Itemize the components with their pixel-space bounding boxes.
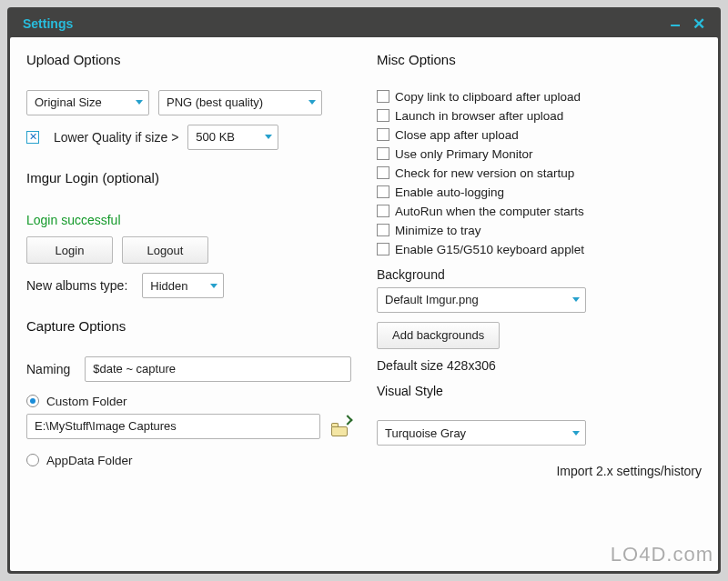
chevron-down-icon (572, 431, 580, 436)
imgur-login-header: Imgur Login (optional) (26, 170, 351, 185)
album-type-label: New albums type: (26, 278, 127, 293)
misc-option-row: Close app after upload (377, 128, 702, 142)
login-button[interactable]: Login (26, 236, 113, 264)
settings-window: Settings – ✕ Upload Options Original Siz… (7, 7, 721, 574)
folder-path-input[interactable]: E:\MyStuff\Image Captures (26, 414, 320, 439)
folder-icon (331, 423, 339, 426)
folder-path-value: E:\MyStuff\Image Captures (35, 419, 177, 433)
logout-button-label: Logout (147, 244, 184, 257)
misc-option-label: AutoRun when the computer starts (395, 205, 584, 218)
appdata-folder-label: AppData Folder (46, 454, 133, 467)
open-arrow-icon (342, 415, 352, 425)
capture-options-header: Capture Options (26, 318, 351, 334)
album-type-select[interactable]: Hidden (142, 273, 224, 298)
misc-option-row: AutoRun when the computer starts (377, 205, 702, 218)
misc-checkbox-close-app[interactable] (377, 128, 389, 141)
right-column: Misc Options Copy link to clipboard afte… (364, 50, 702, 564)
naming-label: Naming (26, 362, 70, 376)
chevron-down-icon (210, 284, 217, 288)
client-area: Upload Options Original Size PNG (best q… (10, 37, 718, 571)
size-threshold-value: 500 KB (196, 130, 235, 144)
misc-checkbox-minimize-tray[interactable] (377, 224, 389, 236)
chevron-down-icon (136, 100, 143, 105)
misc-option-row: Minimize to tray (377, 224, 702, 237)
misc-option-row: Check for new version on startup (377, 166, 702, 180)
album-type-value: Hidden (150, 279, 187, 293)
close-button[interactable]: ✕ (687, 15, 711, 34)
misc-checkbox-check-version[interactable] (377, 166, 389, 179)
upload-size-value: Original Size (35, 95, 102, 109)
visual-style-value: Turquoise Gray (385, 426, 466, 440)
misc-option-label: Minimize to tray (395, 224, 481, 237)
background-value: Default Imgur.png (385, 293, 479, 306)
titlebar: Settings – ✕ (10, 10, 718, 37)
misc-options-header: Misc Options (377, 52, 702, 67)
misc-option-row: Use only Primary Monitor (377, 147, 702, 161)
chevron-down-icon (308, 100, 316, 105)
naming-input[interactable]: $date ~ capture (85, 356, 351, 382)
browse-folder-button[interactable] (329, 416, 351, 436)
add-backgrounds-label: Add backgrounds (392, 328, 484, 342)
folder-icon (331, 426, 348, 436)
misc-option-label: Check for new version on startup (395, 166, 574, 180)
import-settings-link[interactable]: Import 2.x settings/history (556, 464, 702, 478)
misc-option-row: Launch in browser after upload (377, 109, 702, 123)
custom-folder-radio[interactable] (26, 395, 39, 407)
misc-option-label: Enable G15/G510 keyboard applet (395, 243, 584, 256)
chevron-down-icon (572, 297, 580, 302)
chevron-down-icon (265, 135, 272, 139)
naming-value: $date ~ capture (93, 362, 176, 376)
misc-checkbox-keyboard-applet[interactable] (377, 243, 389, 255)
misc-option-label: Use only Primary Monitor (395, 147, 533, 161)
misc-option-label: Enable auto-logging (395, 185, 504, 199)
visual-style-header: Visual Style (377, 384, 702, 398)
background-header: Background (377, 267, 702, 282)
login-status: Login successful (26, 213, 351, 227)
appdata-folder-radio[interactable] (26, 454, 39, 466)
minimize-button[interactable]: – (663, 14, 687, 35)
misc-option-label: Launch in browser after upload (395, 109, 563, 123)
add-backgrounds-button[interactable]: Add backgrounds (377, 322, 500, 349)
lower-quality-label: Lower Quality if size > (54, 130, 178, 145)
misc-checkbox-auto-logging[interactable] (377, 185, 389, 198)
misc-option-label: Close app after upload (395, 128, 519, 142)
misc-checkbox-autorun[interactable] (377, 205, 389, 217)
left-column: Upload Options Original Size PNG (best q… (26, 50, 364, 564)
lower-quality-checkbox[interactable]: ✕ (26, 131, 39, 144)
visual-style-select[interactable]: Turquoise Gray (377, 420, 586, 446)
background-select[interactable]: Default Imgur.png (377, 287, 586, 313)
size-threshold-select[interactable]: 500 KB (187, 125, 278, 150)
upload-options-header: Upload Options (26, 52, 351, 67)
misc-option-row: Copy link to clipboard after upload (377, 90, 702, 104)
misc-checkbox-primary-monitor[interactable] (377, 147, 389, 160)
misc-option-row: Enable G15/G510 keyboard applet (377, 243, 702, 256)
window-title: Settings (17, 16, 663, 31)
custom-folder-label: Custom Folder (46, 395, 127, 408)
misc-option-row: Enable auto-logging (377, 185, 702, 199)
misc-option-label: Copy link to clipboard after upload (395, 90, 581, 104)
misc-checkbox-copy-link[interactable] (377, 90, 389, 103)
upload-size-select[interactable]: Original Size (26, 90, 149, 115)
upload-format-select[interactable]: PNG (best quality) (158, 90, 322, 115)
upload-format-value: PNG (best quality) (167, 95, 263, 109)
login-button-label: Login (56, 244, 85, 257)
logout-button[interactable]: Logout (122, 236, 208, 264)
background-default-size: Default size 428x306 (377, 358, 702, 373)
misc-checkbox-launch-browser[interactable] (377, 109, 389, 122)
